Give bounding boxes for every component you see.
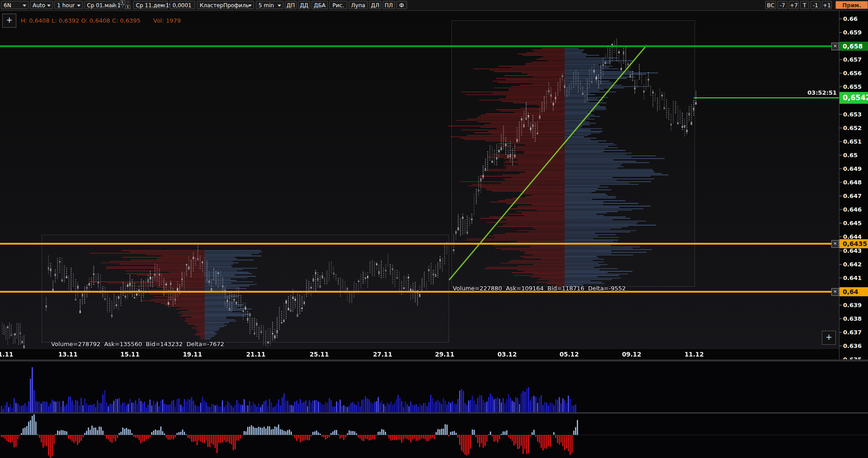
price-tick: 0.65 xyxy=(839,152,868,159)
price-tick: 0.652 xyxy=(839,125,868,132)
chart-canvas[interactable] xyxy=(0,0,868,458)
toolbar-button-[interactable]: ДП xyxy=(285,1,297,9)
price-tick: 0.642 xyxy=(839,261,868,268)
toolbar-button-[interactable]: ДБА xyxy=(312,1,328,9)
chevron-down-icon xyxy=(113,5,117,7)
volume-readout: Vol: 1979 xyxy=(153,17,181,24)
date-tick: 15.11 xyxy=(120,351,140,358)
price-tick: 0.659 xyxy=(839,29,868,36)
date-tick: 11.12 xyxy=(685,351,704,358)
instrument-select[interactable]: 6N xyxy=(1,1,29,9)
level-price-tag: 0,64 xyxy=(839,287,868,296)
date-tick: 09.12 xyxy=(622,351,642,358)
price-tick: 0.651 xyxy=(839,138,868,145)
range-lock-buttons: k > < k xyxy=(120,0,132,10)
date-tick: 13.11 xyxy=(58,351,78,358)
toolbar-button-[interactable]: Лупа xyxy=(349,1,368,9)
level-price-tag: 0,658 xyxy=(839,42,868,51)
cluster-region-right[interactable] xyxy=(451,20,695,287)
price-tick: 0.646 xyxy=(839,206,868,213)
toolbar-button-[interactable]: Ф xyxy=(396,1,407,9)
price-tick: 0.645 xyxy=(839,220,868,227)
price-tick: 0.647 xyxy=(839,193,868,200)
lock-to-button[interactable]: k xyxy=(125,5,130,9)
date-to-select[interactable]: Ср 11.дек.19 xyxy=(133,1,168,9)
price-tick: 0.66 xyxy=(839,15,868,23)
price-axis[interactable]: 0.660.6590.6570.6560.6550.6530.6520.6510… xyxy=(839,11,868,359)
level-close-button[interactable]: ✕ xyxy=(831,240,839,248)
chevron-down-icon xyxy=(23,5,26,7)
date-tick: 03.12 xyxy=(498,351,517,358)
date-tick: 27.11 xyxy=(373,351,393,358)
tick-size-field[interactable]: 0,0001 xyxy=(170,1,195,9)
price-tick: 0.641 xyxy=(839,275,868,282)
price-tick: 0.636 xyxy=(839,342,868,350)
scale-plus-button[interactable]: + xyxy=(822,331,836,345)
shift-left-button[interactable]: < xyxy=(120,5,125,9)
cluster-region-left[interactable] xyxy=(42,235,449,342)
chevron-down-icon xyxy=(47,5,51,7)
nav-button-4[interactable]: Т xyxy=(800,1,809,9)
price-tick: 0.655 xyxy=(839,83,868,91)
chevron-down-icon xyxy=(248,5,252,7)
date-tick: 21.11 xyxy=(246,351,266,358)
cluster-period-select[interactable]: 5 min xyxy=(256,1,283,9)
notes-button[interactable]: Прим. xyxy=(835,1,868,9)
date-tick: 29.11 xyxy=(435,351,455,358)
chevron-down-icon xyxy=(162,5,166,7)
shift-right-button[interactable]: > xyxy=(125,0,130,5)
chevron-down-icon xyxy=(278,5,281,7)
cluster-stats-right: Volume=227880 Ask=109164 Bid=118716 Delt… xyxy=(453,285,626,292)
price-tick: 0.638 xyxy=(839,315,868,323)
level-line-0_64[interactable] xyxy=(0,291,839,293)
trading-terminal: ✕✕✕ Volume=278792 Ask=135560 Bid=143232 … xyxy=(0,0,868,458)
price-tick: 0.649 xyxy=(839,165,868,173)
nav-button-2[interactable]: -7 xyxy=(777,1,787,9)
current-price-line xyxy=(694,97,839,98)
toolbar-button-[interactable]: ДЛ xyxy=(369,1,381,9)
price-tick: 0.653 xyxy=(839,111,868,118)
date-tick: 19.11 xyxy=(183,351,202,358)
level-close-button[interactable]: ✕ xyxy=(831,288,839,296)
timeframe-select[interactable]: 1 hour xyxy=(54,1,83,9)
bar-countdown-timer: 03:52:51 xyxy=(770,89,837,96)
price-tick: 0.639 xyxy=(839,302,868,309)
chart-type-select[interactable]: КластерПрофиль xyxy=(197,1,254,9)
price-tick: 0.637 xyxy=(839,329,868,336)
price-tick: 0.656 xyxy=(839,70,868,77)
ohlc-values: H: 0,6408 L: 0,6392 O: 0,6408 C: 0,6395 xyxy=(21,17,141,24)
price-tick: 0.635 xyxy=(839,356,868,359)
nav-button-5[interactable]: -1 xyxy=(810,1,820,9)
nav-button-3[interactable]: +7 xyxy=(789,1,799,9)
toolbar-button-[interactable]: ПЛ xyxy=(383,1,395,9)
current-price-tag: 0,6542 xyxy=(839,92,868,104)
date-from-select[interactable]: Ср 01.май.19 xyxy=(84,1,119,9)
nav-button-6[interactable]: +1 xyxy=(822,1,832,9)
scale-mode-select[interactable]: Auto xyxy=(30,1,53,9)
date-tick: 11.11 xyxy=(0,351,13,358)
level-line-0_658[interactable] xyxy=(0,45,839,47)
level-line-0_6435[interactable] xyxy=(0,243,839,245)
ohlc-readout: H: 0,6408 L: 0,6392 O: 0,6408 C: 0,6395V… xyxy=(21,17,181,24)
main-toolbar: 6N Auto 1 hour Ср 01.май.19 k > < k Ср 1… xyxy=(0,0,868,11)
level-close-button[interactable]: ✕ xyxy=(831,43,839,50)
toolbar-button-[interactable]: ДД xyxy=(298,1,310,9)
chevron-down-icon xyxy=(77,5,81,7)
nav-button-1[interactable]: ВС xyxy=(765,1,776,9)
panel-separator-2[interactable] xyxy=(0,412,868,414)
date-tick: 25.11 xyxy=(310,351,329,358)
level-price-tag: 0,6435 xyxy=(839,239,868,248)
price-tick: 0.648 xyxy=(839,179,868,186)
add-indicator-button[interactable]: + xyxy=(2,14,16,28)
price-tick: 0.657 xyxy=(839,56,868,63)
toolbar-button-[interactable]: Рис. xyxy=(329,1,347,9)
panel-separator-1[interactable] xyxy=(0,359,868,362)
lock-from-button[interactable]: k xyxy=(120,0,125,5)
cluster-stats-left: Volume=278792 Ask=135560 Bid=143232 Delt… xyxy=(51,341,224,347)
date-tick: 05.12 xyxy=(560,351,579,358)
time-axis[interactable]: 11.1113.1115.1119.1121.1125.1127.1129.11… xyxy=(0,348,839,360)
